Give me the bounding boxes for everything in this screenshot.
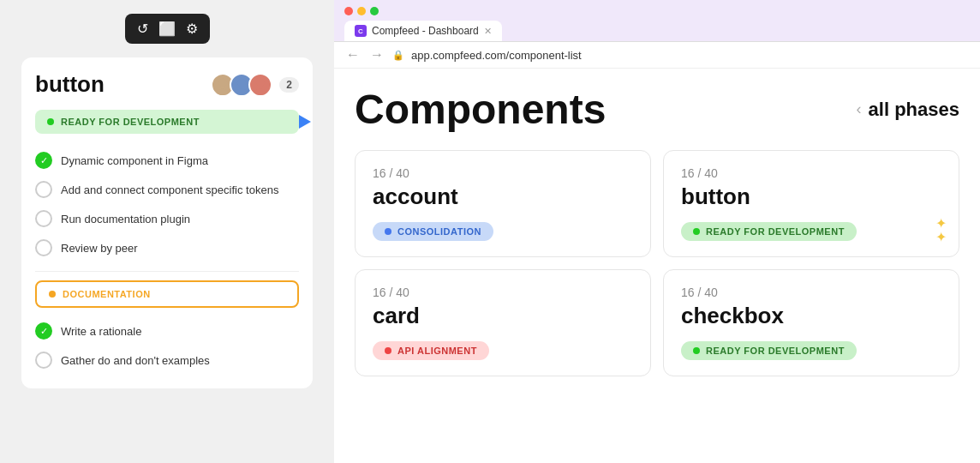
checklist: ✓ Dynamic component in Figma Add and con… [35, 146, 299, 262]
left-panel: ↺ ⬜ ⚙ button 2 READY FOR DEVEL [0, 0, 334, 463]
check-done-rationale: ✓ [35, 322, 52, 340]
svg-point-1 [216, 88, 230, 97]
toolbar: ↺ ⬜ ⚙ [125, 14, 210, 44]
browser-content: ← → 🔒 app.compfeed.com/component-list Co… [334, 42, 980, 463]
card-phase-tag: API ALIGNMENT [373, 341, 489, 360]
checkbox-count: 16 / 40 [681, 286, 941, 299]
browser-dot-green[interactable] [370, 7, 379, 15]
checkbox-phase-tag: READY FOR DEVELOPMENT [681, 341, 857, 360]
avatar-count-badge: 2 [279, 77, 299, 93]
cursor-arrow [299, 115, 311, 129]
api-dot [385, 347, 391, 354]
tab-title: Compfeed - Dashboard [372, 25, 479, 37]
check-empty-icon-4 [35, 239, 52, 256]
browser-dots [344, 7, 970, 15]
checkbox-name: checkbox [681, 303, 941, 329]
refresh-icon[interactable]: ↺ [134, 19, 152, 39]
consolidation-dot [385, 228, 391, 235]
check-empty-icon-2 [35, 181, 52, 198]
settings-icon[interactable]: ⚙ [182, 19, 201, 39]
button-name: button [681, 183, 941, 210]
checklist-item-gather[interactable]: Gather do and don't examples [35, 346, 299, 375]
browser-dot-yellow[interactable] [357, 7, 366, 15]
checklist-item-1[interactable]: ✓ Dynamic component in Figma [35, 146, 299, 175]
url-text[interactable]: app.compfeed.com/component-list [411, 49, 582, 62]
tab-favicon: C [355, 25, 367, 37]
svg-point-3 [235, 88, 249, 97]
doc-dot-orange [49, 291, 56, 298]
avatar-3 [248, 73, 272, 97]
checklist-item-2[interactable]: Add and connect component specific token… [35, 175, 299, 204]
panel-title: button [35, 71, 105, 98]
button-phase-tag: READY FOR DEVELOPMENT [681, 222, 857, 241]
browser-body: Components ‹ all phases 16 / 40 account … [334, 69, 980, 376]
account-name: account [373, 183, 633, 210]
lock-icon: 🔒 [392, 50, 404, 61]
page-title: Components [355, 86, 606, 133]
component-card-card[interactable]: 16 / 40 card API ALIGNMENT [355, 269, 651, 376]
ready-dot-button [693, 228, 700, 235]
svg-point-0 [218, 78, 227, 87]
check-done-icon-1: ✓ [35, 152, 52, 169]
status-dot-green [47, 118, 54, 125]
card-count: 16 / 40 [373, 286, 633, 299]
phase-chevron-left[interactable]: ‹ [857, 100, 862, 118]
browser-tab[interactable]: C Compfeed - Dashboard ✕ [344, 21, 502, 41]
tab-close-icon[interactable]: ✕ [484, 26, 492, 37]
svg-point-5 [254, 88, 268, 97]
browser-tab-bar: C Compfeed - Dashboard ✕ [344, 21, 970, 41]
browser-chrome: C Compfeed - Dashboard ✕ [334, 0, 980, 42]
forward-button[interactable]: → [368, 47, 385, 63]
sparkles-icon: ✦✦ [935, 217, 947, 244]
ready-dot-checkbox [693, 347, 700, 354]
card-name: card [373, 303, 633, 329]
checklist-item-4[interactable]: Review by peer [35, 233, 299, 262]
monitor-icon[interactable]: ⬜ [155, 19, 179, 39]
page-header: Components ‹ all phases [355, 86, 959, 133]
button-count: 16 / 40 [681, 166, 941, 180]
status-label-ready: READY FOR DEVELOPMENT [47, 117, 200, 127]
svg-point-2 [237, 78, 246, 87]
components-grid: 16 / 40 account CONSOLIDATION 16 / 40 bu… [355, 150, 959, 376]
status-bar-ready[interactable]: READY FOR DEVELOPMENT Matt [35, 110, 299, 134]
component-card-checkbox[interactable]: 16 / 40 checkbox READY FOR DEVELOPMENT [663, 269, 959, 376]
avatars: 2 [211, 73, 299, 97]
phase-label: all phases [869, 99, 959, 121]
account-phase-tag: CONSOLIDATION [373, 222, 493, 241]
check-empty-icon-3 [35, 210, 52, 227]
panel-card: button 2 READY FOR DEVELOPMENT Matt [21, 57, 313, 388]
check-empty-gather [35, 352, 52, 369]
component-card-button[interactable]: 16 / 40 button READY FOR DEVELOPMENT ✦✦ [663, 150, 959, 257]
browser-dot-red[interactable] [344, 7, 353, 15]
section-divider [35, 271, 299, 272]
doc-label: DOCUMENTATION [63, 289, 151, 299]
phase-filter[interactable]: ‹ all phases [857, 99, 959, 121]
address-bar: ← → 🔒 app.compfeed.com/component-list [334, 42, 980, 69]
account-count: 16 / 40 [373, 166, 633, 180]
panel-header: button 2 [35, 71, 299, 98]
right-panel: C Compfeed - Dashboard ✕ ← → 🔒 app.compf… [334, 0, 980, 463]
checklist-item-3[interactable]: Run documentation plugin [35, 204, 299, 233]
doc-status-bar[interactable]: DOCUMENTATION [35, 280, 299, 308]
checklist-item-write-rationale[interactable]: ✓ Write a rationale [35, 316, 299, 346]
back-button[interactable]: ← [344, 47, 362, 63]
svg-point-4 [256, 78, 265, 87]
component-card-account[interactable]: 16 / 40 account CONSOLIDATION [355, 150, 651, 257]
